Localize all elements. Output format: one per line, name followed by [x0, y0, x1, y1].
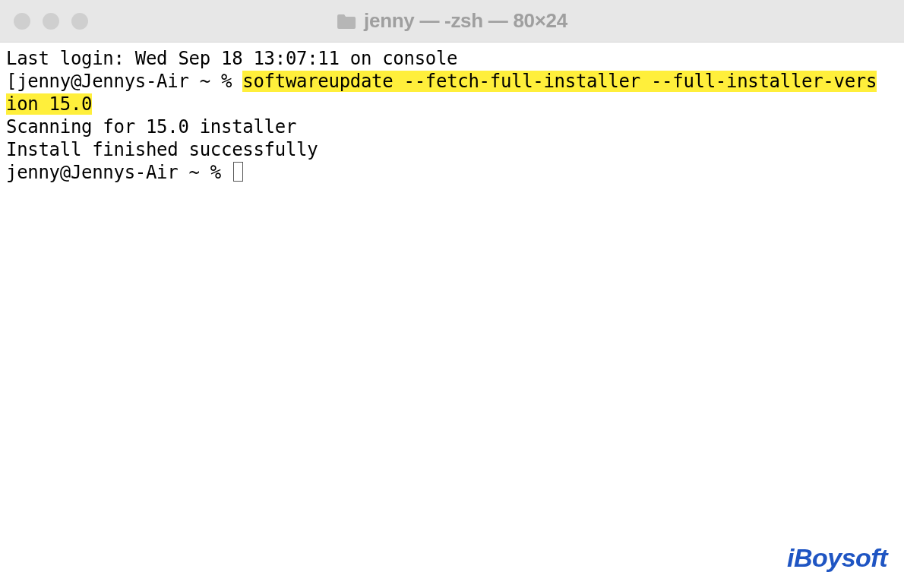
window-titlebar: jenny — -zsh — 80×24	[0, 0, 904, 43]
watermark-text: iBoysoft	[787, 543, 887, 572]
watermark-logo: iBoysoft	[787, 543, 887, 573]
command-highlight-line1: softwareupdate --fetch-full-installer --…	[242, 71, 877, 92]
shell-prompt-1: jenny@Jennys-Air ~ %	[17, 71, 242, 92]
terminal-cursor	[233, 162, 243, 182]
close-window-button[interactable]	[14, 13, 30, 30]
command-highlight-line2: ion 15.0	[6, 93, 92, 115]
shell-prompt-2: jenny@Jennys-Air ~ %	[6, 162, 232, 183]
window-title: jenny — -zsh — 80×24	[337, 9, 567, 33]
terminal-output-area[interactable]: Last login: Wed Sep 18 13:07:11 on conso…	[0, 43, 904, 188]
output-line-2: Install finished successfully	[6, 139, 318, 160]
prompt-bracket: [	[6, 71, 17, 92]
minimize-window-button[interactable]	[43, 13, 59, 30]
window-title-text: jenny — -zsh — 80×24	[364, 9, 567, 33]
last-login-line: Last login: Wed Sep 18 13:07:11 on conso…	[6, 48, 457, 69]
traffic-lights	[14, 13, 88, 30]
folder-icon	[337, 13, 356, 30]
output-line-1: Scanning for 15.0 installer	[6, 116, 296, 138]
maximize-window-button[interactable]	[71, 13, 88, 30]
